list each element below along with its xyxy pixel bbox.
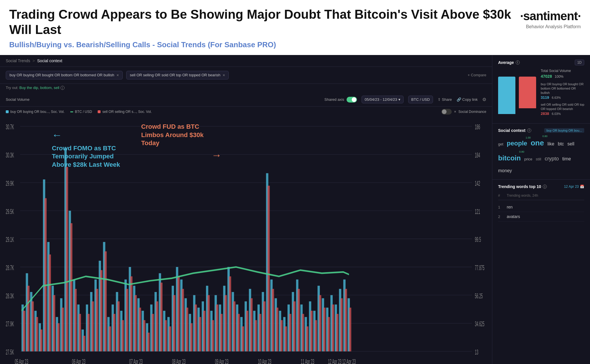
- svg-rect-149: [216, 304, 218, 351]
- svg-rect-112: [57, 323, 60, 352]
- trending-row-2[interactable]: 2 avatars: [498, 212, 584, 221]
- context-filter[interactable]: buy OR buying OR bou...: [544, 128, 584, 133]
- avg-bar-red: [519, 77, 536, 108]
- copy-link-button[interactable]: 🔗 Copy link: [457, 97, 478, 102]
- legend-btc-label: BTC / USD: [75, 110, 92, 114]
- legend-buy: buy OR buying OR bou..., Soc. Vol.: [6, 110, 65, 114]
- svg-rect-165: [285, 326, 287, 351]
- try-out-link[interactable]: Buy the dip, bottom, sell: [19, 86, 59, 90]
- legend-sell: sell OR selling OR s..., Soc. Vol.: [98, 110, 152, 114]
- breadcrumb-parent[interactable]: Social Trends: [6, 58, 30, 63]
- svg-rect-176: [332, 304, 334, 351]
- pair-button[interactable]: BTC / USD: [408, 96, 433, 103]
- social-context-info-icon[interactable]: i: [527, 128, 531, 132]
- word-crypto[interactable]: crypto: [545, 154, 559, 163]
- breadcrumb-current: Social context: [37, 58, 62, 63]
- time-badge[interactable]: 1D: [575, 60, 584, 65]
- word-price[interactable]: price: [524, 155, 532, 163]
- svg-text:10 Apr 23: 10 Apr 23: [258, 358, 271, 364]
- svg-rect-135: [156, 302, 158, 352]
- svg-rect-121: [96, 289, 98, 351]
- filters-row: buy OR buying OR bought OR bottom OR bot…: [0, 67, 492, 84]
- sell-stat-row: sell OR selling OR sold OR top OR topped…: [541, 103, 584, 116]
- buy-stat-pct: 6.63%: [552, 96, 561, 99]
- word-bitcoin[interactable]: 0.80 bitcoin: [498, 152, 521, 164]
- svg-rect-142: [186, 308, 188, 351]
- svg-rect-152: [229, 276, 231, 352]
- svg-rect-154: [237, 314, 240, 351]
- total-volume-label: Total Social Volume: [541, 69, 584, 73]
- shared-axis-group: Shared axis: [324, 97, 357, 103]
- word-btc[interactable]: btc: [558, 140, 564, 148]
- svg-rect-178: [341, 298, 343, 352]
- share-icon: ⇧: [438, 97, 441, 102]
- svg-rect-114: [66, 167, 68, 352]
- filter-tag-buy-close[interactable]: ×: [116, 73, 119, 77]
- trending-section: Trending words top 10 i 12 Apr 23 📅 # Tr…: [492, 180, 590, 226]
- breadcrumb-separator: >: [33, 58, 35, 63]
- svg-text:12 Apr 23: 12 Apr 23: [342, 358, 356, 364]
- svg-rect-139: [173, 295, 175, 351]
- trending-row-1[interactable]: 1 ren: [498, 202, 584, 212]
- filter-tag-buy[interactable]: buy OR buying OR bought OR bottom OR bot…: [6, 71, 123, 79]
- word-time[interactable]: time: [562, 155, 571, 163]
- try-out-info-icon[interactable]: i: [60, 86, 65, 90]
- trending-rank-2: 2: [498, 215, 507, 219]
- word-get[interactable]: get: [498, 140, 503, 148]
- logo-text: ·santiment·: [520, 9, 581, 23]
- svg-rect-164: [280, 320, 283, 352]
- svg-rect-147: [207, 295, 210, 351]
- svg-rect-161: [267, 186, 270, 351]
- dominance-close[interactable]: ×: [454, 110, 456, 114]
- svg-rect-111: [53, 295, 55, 351]
- svg-text:12 Apr 23: 12 Apr 23: [328, 358, 341, 364]
- svg-text:99.5: 99.5: [475, 236, 481, 243]
- svg-text:29.1K: 29.1K: [6, 236, 14, 243]
- calendar-icon[interactable]: 📅: [580, 185, 584, 189]
- svg-rect-132: [143, 320, 145, 352]
- link-icon: 🔗: [457, 97, 461, 102]
- legend-row: buy OR buying OR bou..., Soc. Vol. BTC /…: [0, 107, 492, 117]
- tagline: Behavior Analysis Platform: [520, 24, 581, 29]
- buy-stat-row: buy OR buying OR bought OR bottom OR bot…: [541, 82, 584, 100]
- svg-text:186: 186: [475, 123, 480, 131]
- shared-axis-toggle[interactable]: [347, 97, 357, 103]
- trending-info-icon[interactable]: i: [543, 185, 547, 189]
- average-info-icon[interactable]: i: [516, 60, 520, 65]
- svg-rect-167: [293, 302, 296, 352]
- svg-rect-117: [79, 314, 81, 351]
- date-range-button[interactable]: 05/04/23 - 12/04/23 ▾: [362, 96, 404, 103]
- word-one[interactable]: 0.80 one: [531, 136, 544, 150]
- share-button[interactable]: ⇧ Share: [438, 97, 452, 102]
- settings-icon[interactable]: ⚙: [482, 97, 486, 102]
- dominance-toggle[interactable]: [441, 109, 452, 115]
- svg-rect-179: [345, 289, 347, 351]
- filter-tag-buy-text: buy OR buying OR bought OR bottom OR bot…: [10, 73, 114, 77]
- avg-bar-chart: [498, 77, 536, 114]
- filter-tag-sell-close[interactable]: ×: [223, 73, 225, 77]
- average-section: Average i 1D Total Social Volume 47028 1…: [492, 55, 590, 124]
- breadcrumb: Social Trends > Social context: [0, 55, 492, 67]
- word-still[interactable]: still: [536, 155, 541, 163]
- compare-button[interactable]: + Compare: [468, 73, 486, 77]
- svg-rect-113: [62, 308, 64, 351]
- average-header: Average i 1D: [498, 60, 584, 65]
- svg-rect-125: [113, 314, 115, 351]
- legend-dominance: × Social Dominance: [441, 109, 486, 115]
- word-sell[interactable]: sell: [568, 140, 574, 148]
- average-title: Average i: [498, 60, 520, 65]
- pair-text: BTC / USD: [411, 97, 430, 102]
- filter-tag-sell[interactable]: sell OR selling OR sold OR top OR topped…: [126, 71, 229, 79]
- svg-rect-133: [147, 333, 150, 351]
- col-word: Trending words, 24h: [507, 194, 584, 198]
- svg-rect-136: [160, 283, 162, 351]
- word-money[interactable]: money: [498, 167, 512, 175]
- word-like[interactable]: like: [547, 140, 554, 148]
- word-cloud-title: Social context i: [498, 128, 531, 133]
- total-volume-pct: 100%: [555, 75, 563, 79]
- dominance-label: Social Dominance: [458, 110, 486, 114]
- try-out-label: Try out:: [6, 86, 18, 90]
- word-people[interactable]: 1.00 people: [507, 138, 527, 149]
- svg-rect-120: [92, 302, 94, 352]
- social-volume-label: Social Volume: [6, 97, 29, 102]
